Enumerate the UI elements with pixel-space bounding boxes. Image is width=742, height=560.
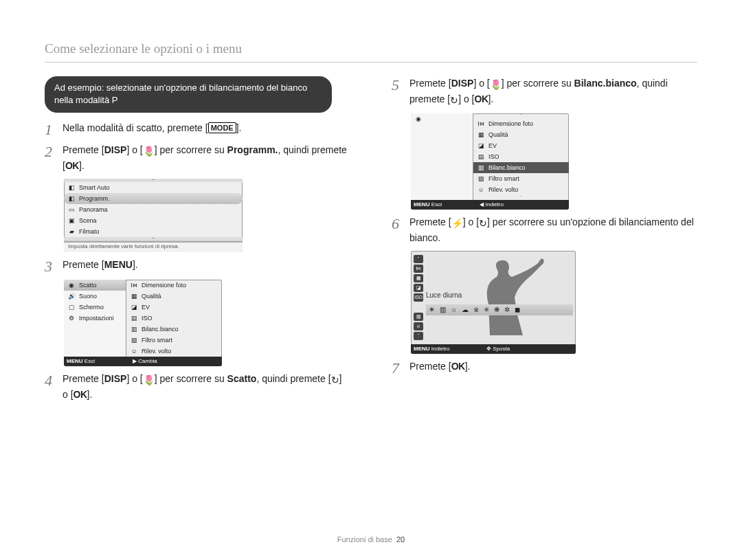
- ok-button-label: OK: [475, 93, 488, 104]
- step-text: ].: [236, 122, 242, 133]
- step-text: ].: [87, 389, 93, 400]
- left-column: Ad esempio: selezionate un'opzione di bi…: [45, 76, 347, 402]
- overlay-icon: Iᴍ: [414, 265, 423, 273]
- step-number: 6: [392, 216, 404, 232]
- step-3: 3 Premete [MENU].: [45, 258, 347, 274]
- step-number: 4: [45, 373, 57, 388]
- menu-item: ☺Rilev. volto: [473, 184, 569, 195]
- wb-icon: ▥: [440, 306, 446, 313]
- mode-item-selected: ◧Programm.: [64, 193, 243, 204]
- timer-icon: ↻: [450, 93, 458, 108]
- timer-icon: ↻: [331, 373, 339, 388]
- menu-item: ▤ISO: [473, 151, 569, 162]
- menu-item: ☺Rilev. volto: [126, 346, 222, 357]
- silhouette-image: [449, 256, 559, 335]
- menu-tab: ▢Schermo: [64, 302, 126, 313]
- step-text: ] o [: [458, 93, 474, 104]
- step-text: ] o [: [463, 216, 479, 227]
- menu-item: ◪EV: [473, 140, 569, 151]
- disp-button-label: DISP: [451, 78, 474, 89]
- step-text: Premete [: [63, 259, 104, 270]
- menu-tab-selected: ◉Scatto: [64, 280, 126, 291]
- step-1: 1 Nella modalità di scatto, premete [MOD…: [45, 121, 347, 137]
- wb-icon-sun: ☀: [429, 306, 435, 313]
- step-text: Premete [: [63, 144, 104, 155]
- header-rule: [45, 62, 697, 63]
- step-text: Premete [: [409, 78, 451, 89]
- mode-item: ▭Panorama: [64, 204, 243, 215]
- menu-item: ▧Filtro smart: [126, 335, 222, 346]
- wb-preview-screenshot: ˆ Iᴍ ▦ ◪ ISO ▧ ☺ ˇ Luce diurna ☀ ▥: [411, 251, 576, 354]
- step-text: ].: [488, 93, 494, 104]
- ok-button-label: OK: [65, 160, 79, 171]
- macro-icon: 🌷: [143, 373, 155, 388]
- step-text: Premete [: [63, 373, 104, 384]
- timer-icon: ↻: [479, 216, 487, 231]
- overlay-icon: ˆ: [414, 255, 423, 263]
- menu-screenshot-scatto: ◉Scatto 🔊Suono ▢Schermo ⚙Impostazioni Iᴍ…: [64, 280, 222, 366]
- step-text: Premete [: [409, 216, 451, 227]
- ok-button-label: OK: [74, 389, 87, 400]
- menu-tab: ◉: [411, 113, 473, 124]
- target-option: Scatto: [227, 373, 257, 384]
- flash-icon: ⚡: [451, 216, 463, 231]
- example-box: Ad esempio: selezionate un'opzione di bi…: [45, 76, 332, 113]
- overlay-icon: ☺: [414, 322, 423, 331]
- macro-icon: 🌷: [490, 78, 502, 92]
- wb-icon: ※: [473, 306, 479, 313]
- section-header: Come selezionare le opzioni o i menu: [45, 41, 697, 56]
- footer-section: Funzioni di base: [337, 535, 392, 544]
- wb-icon: ✳: [484, 306, 489, 313]
- wb-icon: ☁: [462, 306, 469, 313]
- menu-item: IᴍDimensione foto: [473, 118, 569, 129]
- step-6: 6 Premete [⚡] o [↻] per scorrere su un'o…: [392, 215, 694, 245]
- wb-label: Luce diurna: [426, 292, 462, 299]
- step-text: ].: [465, 361, 471, 372]
- menu-item: ▧Filtro smart: [473, 173, 569, 184]
- footer-page-number: 20: [396, 535, 405, 544]
- step-number: 2: [45, 144, 57, 159]
- disp-button-label: DISP: [104, 373, 127, 384]
- menu-item: IᴍDimensione foto: [126, 280, 222, 291]
- overlay-icon: ▧: [414, 313, 423, 321]
- target-option: Bilanc.bianco: [574, 78, 637, 89]
- step-text: ].: [79, 160, 85, 171]
- macro-icon: 🌷: [143, 144, 155, 159]
- menu-item: ▦Qualità: [473, 129, 569, 140]
- step-number: 5: [392, 78, 404, 93]
- step-text: Premete [: [409, 361, 451, 372]
- target-mode: Programm.: [227, 144, 278, 155]
- overlay-icon: ˇ: [414, 332, 423, 340]
- menu-item-selected: ▥Bilanc.bianco: [473, 162, 569, 173]
- wb-icon: ✲: [504, 306, 510, 313]
- step-number: 3: [45, 259, 57, 274]
- step-7: 7 Premete [OK].: [392, 359, 694, 376]
- menu-item: ▤ISO: [126, 313, 222, 324]
- step-text: , quindi premete [: [256, 373, 330, 384]
- mode-item: ▣Scena: [64, 215, 243, 226]
- mode-item: ▰Filmato: [64, 226, 243, 237]
- step-4: 4 Premete [DISP] o [🌷] per scorrere su S…: [45, 372, 347, 402]
- menu-tab: ⚙Impostazioni: [64, 313, 126, 324]
- menu-button-label: MENU: [104, 259, 133, 270]
- step-5: 5 Premete [DISP] o [🌷] per scorrere su B…: [392, 76, 694, 108]
- wb-icon: ❋: [494, 306, 499, 313]
- step-2: 2 Premete [DISP] o [🌷] per scorrere su P…: [45, 143, 347, 173]
- step-text: ] o [: [126, 144, 142, 155]
- step-text: ] per scorrere su: [155, 144, 227, 155]
- step-text: ] o [: [473, 78, 489, 89]
- overlay-icon: ◪: [414, 284, 423, 292]
- mode-item: ◧Smart Auto: [64, 182, 243, 193]
- wb-icon: ☼: [451, 306, 457, 313]
- mode-button-label: MODE: [208, 122, 236, 133]
- page-footer: Funzioni di base 20: [0, 535, 742, 544]
- mode-list-screenshot: ˆ ◧Smart Auto ◧Programm. ▭Panorama ▣Scen…: [64, 179, 243, 252]
- step-text: ] o [: [126, 373, 142, 384]
- step-number: 1: [45, 122, 57, 137]
- overlay-icon: ▦: [414, 274, 423, 282]
- step-text: ].: [133, 259, 138, 270]
- wb-icon: ◼: [515, 306, 520, 313]
- menu-screenshot-bilanc: ◉ ˆ IᴍDimensione foto ▦Qualità ◪EV ▤ISO …: [411, 113, 569, 210]
- wb-option-bar: ☀ ▥ ☼ ☁ ※ ✳ ❋ ✲ ◼: [426, 304, 573, 315]
- ok-button-label: OK: [451, 361, 465, 372]
